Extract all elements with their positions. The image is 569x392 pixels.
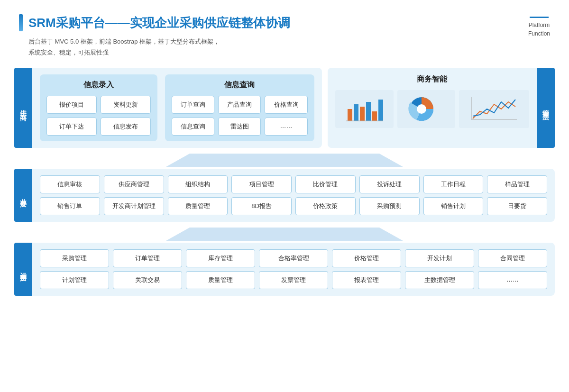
management-layer-label: 管理层 xyxy=(537,68,555,148)
supplier-layer-content: 信息录入 报价项目 资料更新 订单下达 信息发布 信息查询 订单查询 产品查询 … xyxy=(32,68,322,148)
btn-fapiao-gl[interactable]: 发票管理 xyxy=(259,271,328,289)
line-chart xyxy=(459,90,529,128)
info-query-title: 信息查询 xyxy=(172,80,307,90)
subtitle: 后台基于 MVC 5.0 框架，前端 Boostrap 框架，基于大型分布式框架… xyxy=(19,36,290,58)
business-row-2: 销售订单 开发商计划管理 质量管理 8D报告 价格政策 采购预测 销售计划 日要… xyxy=(40,197,547,215)
btn-chanpin-cx[interactable]: 产品查询 xyxy=(218,96,261,114)
btn-xinxi-cx[interactable]: 信息查询 xyxy=(172,118,214,136)
operations-layer-label: 运营层 xyxy=(14,243,32,296)
business-row-1: 信息审核 供应商管理 组织结构 项目管理 比价管理 投诉处理 工作日程 样品管理 xyxy=(40,175,547,193)
btn-caigou-yc[interactable]: 采购预测 xyxy=(359,197,420,215)
btn-leida[interactable]: 雷达图 xyxy=(218,118,261,136)
btn-zhiliang-gl2[interactable]: 质量管理 xyxy=(186,271,255,289)
btn-tousu-cl[interactable]: 投诉处理 xyxy=(359,175,420,193)
btn-dingdan-cx[interactable]: 订单查询 xyxy=(172,96,214,114)
info-query-section: 信息查询 订单查询 产品查询 价格查询 信息查询 雷达图 …… xyxy=(165,74,314,141)
info-entry-buttons: 报价项目 资料更新 订单下达 信息发布 xyxy=(46,96,151,136)
bar-chart xyxy=(335,90,394,128)
svg-marker-12 xyxy=(166,228,403,241)
btn-xinxi-sh[interactable]: 信息审核 xyxy=(40,175,100,193)
supplier-block: 供应商 信息录入 报价项目 资料更新 订单下达 信息发布 信息查询 订 xyxy=(14,68,322,148)
page-header: SRM采购平台——实现企业采购供应链整体协调 后台基于 MVC 5.0 框架，前… xyxy=(0,0,569,63)
architecture-diagram: 供应商 信息录入 报价项目 资料更新 订单下达 信息发布 信息查询 订 xyxy=(0,63,569,310)
btn-baobiao-gl[interactable]: 报表管理 xyxy=(332,271,401,289)
supplier-layer-label: 供应商 xyxy=(14,68,32,148)
platform-accent-line xyxy=(530,17,549,18)
btn-baojia[interactable]: 报价项目 xyxy=(46,96,97,114)
title-row: SRM采购平台——实现企业采购供应链整体协调 xyxy=(19,14,290,31)
arrow-2 xyxy=(14,226,555,243)
main-title: SRM采购平台——实现企业采购供应链整体协调 xyxy=(28,15,290,31)
btn-gys-gl[interactable]: 供应商管理 xyxy=(104,175,164,193)
btn-caigou-gl[interactable]: 采购管理 xyxy=(40,249,109,267)
management-layer-content: 商务智能 xyxy=(328,68,537,148)
btn-dingdan-xia[interactable]: 订单下达 xyxy=(46,118,97,136)
btn-kaifa-jh[interactable]: 开发计划 xyxy=(405,249,474,267)
svg-point-8 xyxy=(417,104,426,114)
btn-zzjg[interactable]: 组织结构 xyxy=(168,175,228,193)
platform-function-label: Platform Function xyxy=(528,14,550,38)
btn-more-supplier[interactable]: …… xyxy=(265,118,307,136)
btn-xiangmu-gl[interactable]: 项目管理 xyxy=(231,175,292,193)
info-entry-section: 信息录入 报价项目 资料更新 订单下达 信息发布 xyxy=(40,74,157,141)
info-query-buttons: 订单查询 产品查询 价格查询 信息查询 雷达图 …… xyxy=(172,96,307,136)
operations-layer: 运营层 采购管理 订单管理 库存管理 合格率管理 价格管理 开发计划 合同管理 … xyxy=(14,243,555,296)
btn-kucun-gl[interactable]: 库存管理 xyxy=(186,249,255,267)
header-left: SRM采购平台——实现企业采购供应链整体协调 后台基于 MVC 5.0 框架，前… xyxy=(19,14,290,58)
bi-title: 商务智能 xyxy=(335,74,529,84)
btn-jiage-gl[interactable]: 价格管理 xyxy=(332,249,401,267)
btn-xinxi-fabu[interactable]: 信息发布 xyxy=(101,118,151,136)
svg-rect-4 xyxy=(372,111,377,121)
btn-hetong-gl[interactable]: 合同管理 xyxy=(478,249,547,267)
svg-marker-11 xyxy=(166,154,403,167)
bi-charts xyxy=(335,90,529,128)
btn-zhushuju-gl[interactable]: 主数据管理 xyxy=(405,271,474,289)
btn-riyao-huo[interactable]: 日要货 xyxy=(487,197,547,215)
pie-chart xyxy=(397,90,456,128)
svg-rect-2 xyxy=(360,107,365,121)
btn-dingdan-gl[interactable]: 订单管理 xyxy=(113,249,182,267)
btn-jiage-cx[interactable]: 价格查询 xyxy=(265,96,307,114)
info-entry-title: 信息录入 xyxy=(46,80,151,90)
top-row: 供应商 信息录入 报价项目 资料更新 订单下达 信息发布 信息查询 订 xyxy=(14,68,555,148)
btn-yangpin-gl[interactable]: 样品管理 xyxy=(487,175,547,193)
business-layer-label: 业务层 xyxy=(14,169,32,222)
btn-gongzuo-rc[interactable]: 工作日程 xyxy=(423,175,484,193)
operations-layer-content: 采购管理 订单管理 库存管理 合格率管理 价格管理 开发计划 合同管理 计划管理… xyxy=(32,243,555,296)
arrow-1 xyxy=(14,152,555,169)
svg-rect-3 xyxy=(366,102,371,121)
btn-bj-gl[interactable]: 比价管理 xyxy=(295,175,356,193)
svg-rect-0 xyxy=(348,109,352,121)
title-accent-bar xyxy=(19,14,23,31)
svg-rect-5 xyxy=(378,100,383,121)
business-layer: 业务层 信息审核 供应商管理 组织结构 项目管理 比价管理 投诉处理 工作日程 … xyxy=(14,169,555,222)
btn-guanlian-jy[interactable]: 关联交易 xyxy=(113,271,182,289)
btn-8d[interactable]: 8D报告 xyxy=(231,197,292,215)
btn-ziliao[interactable]: 资料更新 xyxy=(101,96,151,114)
btn-kfs-jh[interactable]: 开发商计划管理 xyxy=(104,197,164,215)
btn-xiaoshou-jh[interactable]: 销售计划 xyxy=(423,197,484,215)
business-layer-content: 信息审核 供应商管理 组织结构 项目管理 比价管理 投诉处理 工作日程 样品管理… xyxy=(32,169,555,222)
btn-zhiliang-gl[interactable]: 质量管理 xyxy=(168,197,228,215)
btn-jiage-zc[interactable]: 价格政策 xyxy=(295,197,356,215)
btn-hgl-gl[interactable]: 合格率管理 xyxy=(259,249,328,267)
btn-more-ops[interactable]: …… xyxy=(478,271,547,289)
ops-row-1: 采购管理 订单管理 库存管理 合格率管理 价格管理 开发计划 合同管理 xyxy=(40,249,547,267)
btn-xiaoshou-dd[interactable]: 销售订单 xyxy=(40,197,100,215)
btn-jihua-gl[interactable]: 计划管理 xyxy=(40,271,109,289)
platform-text: Platform Function xyxy=(528,21,550,38)
svg-rect-1 xyxy=(354,104,358,121)
ops-row-2: 计划管理 关联交易 质量管理 发票管理 报表管理 主数据管理 …… xyxy=(40,271,547,289)
management-block: 商务智能 xyxy=(328,68,555,148)
